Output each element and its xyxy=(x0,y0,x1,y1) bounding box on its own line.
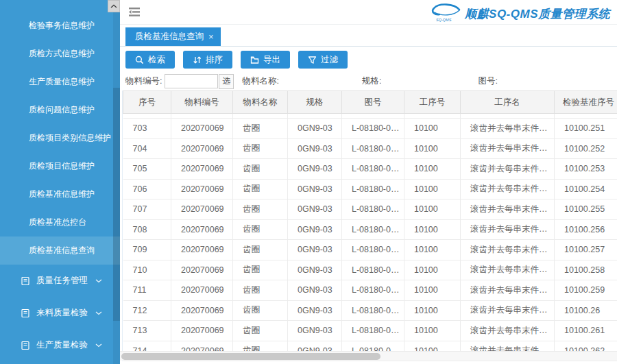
cell xyxy=(171,114,233,119)
cell-seq: 706 xyxy=(123,179,171,199)
cell-seq: 704 xyxy=(123,138,171,159)
filter-button[interactable]: 过滤 xyxy=(298,51,348,69)
app-logo: SQ-QMS 顺麒SQ-QMS质量管理系统 xyxy=(429,2,610,23)
col-spec: 规格 xyxy=(288,91,342,114)
cell-seq: 705 xyxy=(123,159,171,180)
sidebar-item[interactable]: 质检基准总控台 xyxy=(0,208,120,236)
sidebar-scrollbar-thumb[interactable] xyxy=(113,88,120,321)
cell-process-no: 10100 xyxy=(404,300,461,321)
cell-basis-seq: 10100.254 xyxy=(555,179,617,199)
sidebar: 质量基础信息维护 检验事务信息维护 质检方式信息维护 生产质量信息维护 质检问题… xyxy=(0,0,120,364)
table-row[interactable]: 708 202070069 齿圈 0GN9-03 L-08180-0G... 1… xyxy=(123,219,617,240)
table-row[interactable]: 706 202070069 齿圈 0GN9-03 L-08180-0G... 1… xyxy=(123,179,617,199)
cell-seq: 711 xyxy=(123,280,171,301)
sidebar-item[interactable]: 质检方式信息维护 xyxy=(0,40,120,68)
cell-material-code: 202070069 xyxy=(171,300,233,321)
table-row[interactable]: 709 202070069 齿圈 0GN9-03 L-08180-0G... 1… xyxy=(123,240,617,260)
cell-material-name: 齿圈 xyxy=(233,240,288,260)
cell-process-name: 滚齿并去每串末件毛刺 xyxy=(461,300,555,321)
sidebar-item[interactable]: 质检基准信息查询 xyxy=(0,236,120,265)
cell-process-name: 滚齿并去每串末件毛刺 xyxy=(461,199,555,220)
col-process-name: 工序名 xyxy=(461,91,555,114)
cell-spec: 0GN9-03 xyxy=(288,119,342,139)
table-row[interactable]: 703 202070069 齿圈 0GN9-03 L-08180-0G... 1… xyxy=(123,119,617,139)
cell-material-name: 齿圈 xyxy=(233,300,288,321)
sidebar-scroll-up-button[interactable] xyxy=(108,0,120,12)
sidebar-item[interactable]: 质检基准信息维护 xyxy=(0,180,120,208)
filter-bar: 物料编号: 选 物料名称: 规格: 图号: xyxy=(120,72,617,90)
close-icon[interactable]: × xyxy=(208,32,214,41)
sidebar-group-quality-basic-info[interactable]: 质量基础信息维护 xyxy=(0,0,120,12)
sidebar-group[interactable]: 质量任务管理 xyxy=(0,265,120,297)
sidebar-group[interactable]: 生产质量检验 xyxy=(0,329,120,361)
sidebar-item[interactable]: 质检问题信息维护 xyxy=(0,96,120,124)
cell-basis-seq: 10100.258 xyxy=(555,260,617,280)
cell-process-no: 10100 xyxy=(404,260,461,280)
table-row[interactable]: 712 202070069 齿圈 0GN9-03 L-08180-0G... 1… xyxy=(123,300,617,321)
cell-process-no: 10100 xyxy=(404,138,461,159)
book-icon xyxy=(21,0,30,1)
cell-material-code: 202070069 xyxy=(171,321,233,341)
cell-basis-seq: 10100.259 xyxy=(555,280,617,301)
cell-process-name: 滚齿并去每串末件毛刺 xyxy=(461,260,555,280)
table-row[interactable]: 710 202070069 齿圈 0GN9-03 L-08180-0G... 1… xyxy=(123,260,617,280)
cell-drawing-no: L-08180-0G... xyxy=(342,321,404,341)
col-seq: 序号 xyxy=(123,91,171,114)
table-row[interactable]: 711 202070069 齿圈 0GN9-03 L-08180-0G... 1… xyxy=(123,280,617,301)
main-content: SQ-QMS 顺麒SQ-QMS质量管理系统 质检基准信息查询 × 检索 排序 xyxy=(120,0,617,364)
cell-process-name: 滚齿并去每串末件毛刺 xyxy=(461,159,555,180)
cell-material-code: 202070069 xyxy=(171,138,233,159)
horizontal-scrollbar-track[interactable] xyxy=(120,351,617,361)
cell-material-name: 齿圈 xyxy=(233,119,288,139)
table-row[interactable]: 705 202070069 齿圈 0GN9-03 L-08180-0G... 1… xyxy=(123,159,617,180)
table-row[interactable]: 707 202070069 齿圈 0GN9-03 L-08180-0G... 1… xyxy=(123,199,617,220)
data-grid: 序号 物料编号 物料名称 规格 图号 工序号 工序名 检验基准序号 xyxy=(122,90,617,361)
cell-material-code: 202070069 xyxy=(171,119,233,139)
cell-process-no: 10100 xyxy=(404,240,461,260)
cell-process-no: 10100 xyxy=(404,199,461,220)
export-button[interactable]: 导出 xyxy=(241,51,290,69)
book-icon xyxy=(21,276,30,286)
cell-material-name: 齿圈 xyxy=(233,159,288,180)
filter-icon xyxy=(308,56,317,64)
table-row[interactable]: 704 202070069 齿圈 0GN9-03 L-08180-0G... 1… xyxy=(123,138,617,159)
cell-seq: 708 xyxy=(123,219,171,240)
cell-spec: 0GN9-03 xyxy=(288,138,342,159)
cell-drawing-no: L-08180-0G... xyxy=(342,219,404,240)
horizontal-scrollbar-thumb[interactable] xyxy=(121,353,380,360)
cell-drawing-no: L-08180-0G... xyxy=(342,280,404,301)
table-row[interactable]: 713 202070069 齿圈 0GN9-03 L-08180-0G... 1… xyxy=(123,321,617,341)
cell-material-name: 齿圈 xyxy=(233,219,288,240)
cell-spec: 0GN9-03 xyxy=(288,179,342,199)
sidebar-group-label: 生产质量检验 xyxy=(36,339,88,351)
col-material-name: 物料名称 xyxy=(233,91,288,114)
sidebar-item[interactable]: 质检项目类别信息维护 xyxy=(0,124,120,152)
top-header: SQ-QMS 顺麒SQ-QMS质量管理系统 xyxy=(120,0,617,25)
material-code-input[interactable] xyxy=(165,74,218,88)
cell xyxy=(123,114,171,119)
cell-basis-seq: 10100.256 xyxy=(555,219,617,240)
cell-seq: 707 xyxy=(123,199,171,220)
sort-button[interactable]: 排序 xyxy=(183,51,232,69)
cell-spec: 0GN9-03 xyxy=(288,219,342,240)
material-code-select-button[interactable]: 选 xyxy=(219,74,234,89)
cell-material-code: 202070069 xyxy=(171,280,233,301)
cell-seq: 703 xyxy=(123,119,171,139)
sidebar-item[interactable]: 生产质量信息维护 xyxy=(0,68,120,96)
export-icon xyxy=(250,56,259,64)
sidebar-group[interactable]: 来料质量检验 xyxy=(0,297,120,329)
sidebar-item[interactable]: 检验事务信息维护 xyxy=(0,12,120,40)
search-button[interactable]: 检索 xyxy=(125,51,175,69)
cell-process-no: 10100 xyxy=(404,321,461,341)
cell xyxy=(233,114,288,119)
search-icon xyxy=(135,56,144,64)
sidebar-item[interactable]: 质检项目信息维护 xyxy=(0,152,120,180)
cell-drawing-no: L-08180-0G... xyxy=(342,138,404,159)
search-button-label: 检索 xyxy=(148,54,165,66)
cell-process-name: 滚齿并去每串末件毛刺 xyxy=(461,179,555,199)
sidebar-parents: 质量任务管理 来料质量检验 xyxy=(0,265,120,361)
tab-quality-basis-query[interactable]: 质检基准信息查询 × xyxy=(125,27,221,46)
cell-drawing-no: L-08180-0G... xyxy=(342,179,404,199)
sidebar-toggle-icon[interactable] xyxy=(128,7,141,17)
sort-button-label: 排序 xyxy=(206,54,223,66)
